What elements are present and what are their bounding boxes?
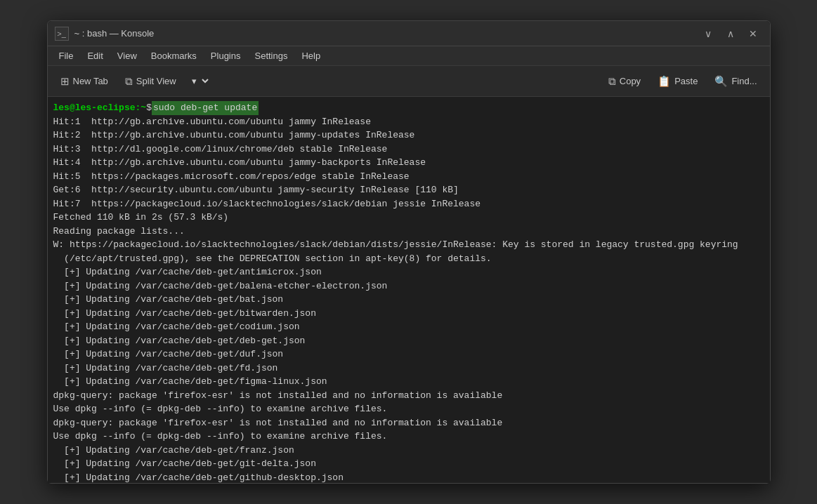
split-view-dropdown[interactable]: ▾ [186,72,211,91]
output-lines: Hit:1 http://gb.archive.ubuntu.com/ubunt… [53,115,764,484]
find-button[interactable]: 🔍 Find... [707,72,764,91]
menu-settings[interactable]: Settings [249,49,293,62]
terminal-line: [+] Updating /var/cache/deb-get/github-d… [53,471,764,484]
terminal-line: [+] Updating /var/cache/deb-get/duf.json [53,347,764,362]
terminal-line: [+] Updating /var/cache/deb-get/antimicr… [53,265,764,279]
menu-help[interactable]: Help [296,49,326,62]
copy-label: Copy [620,76,641,86]
terminal-line: [+] Updating /var/cache/deb-get/fd.json [53,362,764,376]
close-button[interactable]: ✕ [743,26,763,41]
titlebar-left: >_ ~ : bash — Konsole [55,27,155,41]
toolbar: ⊞ New Tab ⧉ Split View ▾ ⧉ Copy 📋 Paste … [48,66,770,97]
terminal-body[interactable]: les@les-eclipse :~ $ sudo deb-get update… [48,97,770,483]
new-tab-label: New Tab [73,76,108,86]
terminal-line: dpkg-query: package 'firefox-esr' is not… [53,389,764,403]
prompt-line: les@les-eclipse :~ $ sudo deb-get update [53,101,764,115]
terminal-line: [+] Updating /var/cache/deb-get/figma-li… [53,375,764,389]
toolbar-right: ⧉ Copy 📋 Paste 🔍 Find... [601,72,764,91]
prompt-path: :~ [136,101,147,115]
copy-icon: ⧉ [608,75,616,88]
new-tab-button[interactable]: ⊞ New Tab [53,72,115,91]
split-view-label: Split View [136,76,176,86]
terminal-line: [+] Updating /var/cache/deb-get/bat.json [53,293,764,307]
split-view-button[interactable]: ⧉ Split View [118,72,183,91]
terminal-line: Hit:1 http://gb.archive.ubuntu.com/ubunt… [53,115,764,129]
new-tab-icon: ⊞ [60,75,70,88]
maximize-button[interactable]: ∧ [721,26,740,41]
menu-bookmarks[interactable]: Bookmarks [145,49,202,62]
terminal-line: Use dpkg --info (= dpkg-deb --info) to e… [53,402,764,416]
terminal-line: [+] Updating /var/cache/deb-get/codium.j… [53,320,764,334]
menu-edit[interactable]: Edit [81,49,108,62]
terminal-line: Fetched 110 kB in 2s (57.3 kB/s) [53,211,764,225]
terminal-line: dpkg-query: package 'firefox-esr' is not… [53,416,764,430]
terminal-line: Use dpkg --info (= dpkg-deb --info) to e… [53,430,764,444]
terminal-line: Hit:7 https://packagecloud.io/slacktechn… [53,197,764,211]
terminal-line: [+] Updating /var/cache/deb-get/deb-get.… [53,334,764,348]
terminal-line: [+] Updating /var/cache/deb-get/git-delt… [53,457,764,471]
terminal-line: Hit:4 http://gb.archive.ubuntu.com/ubunt… [53,156,764,170]
prompt-dollar: $ [146,101,152,115]
titlebar-controls: ∨ ∧ ✕ [698,26,763,41]
copy-button[interactable]: ⧉ Copy [601,72,648,91]
terminal-line: Hit:2 http://gb.archive.ubuntu.com/ubunt… [53,128,764,142]
terminal-line: [+] Updating /var/cache/deb-get/franz.js… [53,444,764,458]
paste-button[interactable]: 📋 Paste [651,72,705,91]
command-text: sudo deb-get update [152,101,259,115]
menubar: File Edit View Bookmarks Plugins Setting… [48,46,770,66]
terminal-icon: >_ [55,27,69,41]
terminal-line: W: https://packagecloud.io/slacktechnolo… [53,238,764,252]
menu-view[interactable]: View [112,49,143,62]
titlebar: >_ ~ : bash — Konsole ∨ ∧ ✕ [48,21,770,46]
find-icon: 🔍 [714,75,728,88]
split-view-icon: ⧉ [125,75,133,88]
find-label: Find... [731,76,757,86]
terminal-line: (/etc/apt/trusted.gpg), see the DEPRECAT… [53,252,764,266]
terminal-line: Hit:5 https://packages.microsoft.com/rep… [53,170,764,184]
konsole-window: >_ ~ : bash — Konsole ∨ ∧ ✕ File Edit Vi… [47,20,771,484]
terminal-line: [+] Updating /var/cache/deb-get/bitwarde… [53,307,764,321]
prompt-user: les@les-eclipse [53,101,136,115]
menu-file[interactable]: File [53,49,79,62]
terminal-line: Get:6 http://security.ubuntu.com/ubuntu … [53,183,764,197]
terminal-line: Reading package lists... [53,225,764,239]
menu-plugins[interactable]: Plugins [205,49,247,62]
paste-icon: 📋 [658,75,671,88]
paste-label: Paste [674,76,698,86]
minimize-button[interactable]: ∨ [698,26,718,41]
terminal-line: [+] Updating /var/cache/deb-get/balena-e… [53,279,764,293]
terminal-line: Hit:3 http://dl.google.com/linux/chrome/… [53,142,764,157]
titlebar-title: ~ : bash — Konsole [74,28,155,39]
